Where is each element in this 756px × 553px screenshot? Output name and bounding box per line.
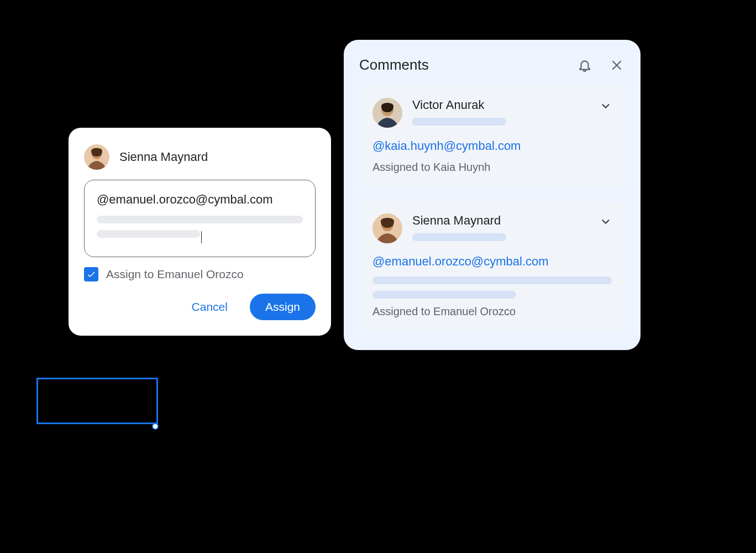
comment-mention[interactable]: @emanuel.orozco@cymbal.com xyxy=(372,254,612,269)
placeholder-line xyxy=(97,230,200,238)
assigned-to: Assigned to Kaia Huynh xyxy=(372,161,612,174)
compose-header: Sienna Maynard xyxy=(84,144,316,170)
compose-actions: Cancel Assign xyxy=(84,294,316,320)
assign-button[interactable]: Assign xyxy=(250,294,316,320)
comment-input[interactable]: @emanuel.orozco@cymbal.com xyxy=(84,180,316,257)
comment-card[interactable]: Sienna Maynard @emanuel.orozco@cymbal.co… xyxy=(359,201,625,331)
comment-mention[interactable]: @kaia.huynh@cymbal.com xyxy=(372,139,612,153)
assign-label: Assign to Emanuel Orozco xyxy=(106,268,244,281)
check-icon xyxy=(86,269,96,279)
cancel-button[interactable]: Cancel xyxy=(176,294,243,320)
assign-checkbox-row[interactable]: Assign to Emanuel Orozco xyxy=(84,267,316,281)
new-comment-card: Sienna Maynard @emanuel.orozco@cymbal.co… xyxy=(69,128,331,336)
chevron-down-icon xyxy=(600,216,612,228)
comments-panel: Comments Victor Anurak xyxy=(344,40,641,350)
placeholder-line xyxy=(97,216,303,223)
avatar xyxy=(372,213,402,243)
text-cursor xyxy=(201,231,202,243)
comments-title: Comments xyxy=(359,56,576,74)
assign-checkbox[interactable] xyxy=(84,267,98,281)
assigned-to: Assigned to Emanuel Orozco xyxy=(372,305,612,318)
comment-meta-placeholder xyxy=(412,118,506,126)
expand-comment-button[interactable] xyxy=(600,213,612,230)
notifications-icon[interactable] xyxy=(576,57,593,74)
comment-author: Victor Anurak xyxy=(412,98,590,112)
expand-comment-button[interactable] xyxy=(600,98,612,114)
comment-meta-placeholder xyxy=(412,233,506,241)
avatar xyxy=(84,144,109,170)
selection-handle[interactable] xyxy=(152,423,159,430)
compose-author: Sienna Maynard xyxy=(119,150,208,164)
chevron-down-icon xyxy=(600,100,612,112)
close-icon[interactable] xyxy=(608,57,625,74)
avatar xyxy=(372,98,402,128)
cell-selection xyxy=(36,378,158,424)
comment-body-placeholder xyxy=(372,291,516,299)
compose-mention: @emanuel.orozco@cymbal.com xyxy=(97,192,303,207)
comments-header: Comments xyxy=(359,56,625,74)
comment-author: Sienna Maynard xyxy=(412,213,590,228)
comment-card[interactable]: Victor Anurak @kaia.huynh@cymbal.com Ass… xyxy=(359,86,625,187)
comment-body-placeholder xyxy=(372,276,612,284)
